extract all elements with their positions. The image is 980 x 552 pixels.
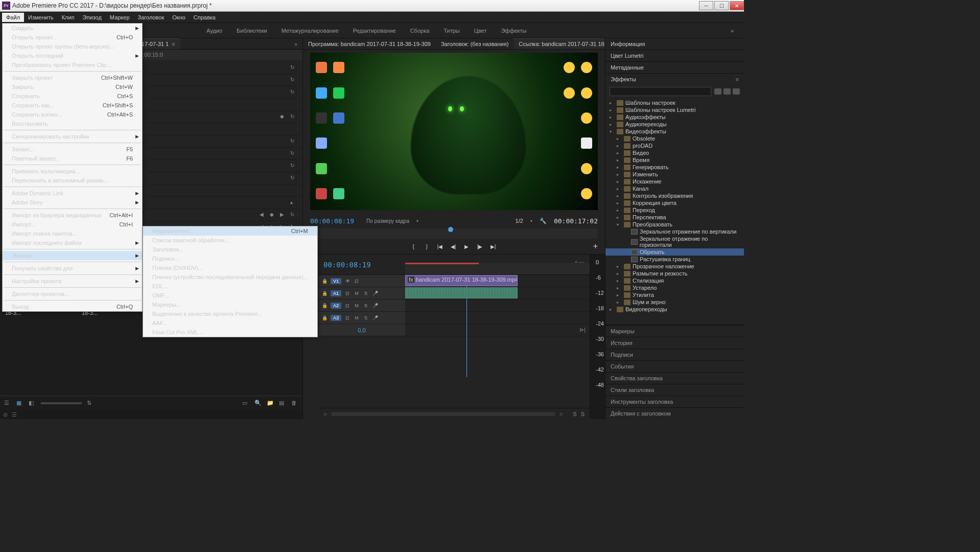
mute-button[interactable]: M (354, 303, 360, 309)
step-back-icon[interactable]: ◀| (449, 242, 457, 250)
menu-help[interactable]: Справка (190, 13, 220, 22)
effect-folder[interactable]: ▸Переход (605, 206, 744, 214)
go-to-in-icon[interactable]: |◀ (436, 242, 444, 250)
fx-type-icon[interactable] (724, 88, 731, 95)
panel-tab[interactable]: История (605, 337, 744, 349)
menu-item[interactable]: Открыть последний▶ (3, 51, 142, 60)
timeline-timecode[interactable]: 00:00:08:19 (323, 261, 371, 269)
solo-button[interactable]: S (363, 290, 369, 296)
menu-sequence[interactable]: Эпизод (79, 13, 106, 22)
sync-lock-icon[interactable]: ⊡ (344, 290, 351, 296)
menu-title[interactable]: Заголовок (134, 13, 169, 22)
loop-icon[interactable]: ↻ (290, 64, 297, 72)
menu-file[interactable]: Файл (2, 13, 24, 22)
effect-folder[interactable]: ▸Генерировать (605, 164, 744, 171)
panel-tab[interactable]: Действия с заголовком (605, 407, 744, 419)
workspace-audio[interactable]: Аудио (199, 25, 229, 37)
mute-button[interactable]: M (354, 315, 360, 321)
lock-icon[interactable]: 🔒 (321, 303, 328, 309)
effect-folder[interactable]: ▸Obsolete (605, 135, 744, 142)
tab-lumetri-color[interactable]: Цвет Lumetri (605, 50, 744, 61)
effect-item[interactable]: Зеркальное отражение по вертикали (605, 228, 744, 235)
menu-item[interactable]: Диспетчер проектов... (3, 289, 142, 298)
effect-folder[interactable]: ▸proDAD (605, 142, 744, 149)
current-timecode[interactable]: 00:00:08:19 (310, 217, 354, 225)
thumbnail-size-slider[interactable] (41, 402, 82, 404)
effect-folder[interactable]: ▾Преобразовать (605, 221, 744, 228)
mark-out-icon[interactable]: } (423, 242, 431, 250)
effects-search-input[interactable] (610, 87, 711, 96)
sort-icon[interactable]: ⇅ (87, 400, 94, 407)
menu-item[interactable]: Импорт последнего файла▶ (3, 238, 142, 247)
loop-icon[interactable]: ↻ (290, 163, 297, 170)
panel-tab[interactable]: Маркеры (605, 325, 744, 337)
menu-item[interactable]: ВыходCtrl+Q (3, 302, 142, 311)
menu-item[interactable]: Получить свойства для▶ (3, 264, 142, 273)
loop-icon[interactable]: ↻ (290, 77, 297, 84)
video-clip[interactable]: fxbandicam 2017-07-31 18-38-19-309.mp4 [… (405, 275, 518, 286)
fit-dropdown[interactable]: По размеру кадра (366, 218, 409, 224)
new-item-icon[interactable]: ▤ (279, 400, 286, 407)
find-icon[interactable]: 🔍 (254, 400, 262, 407)
menu-item[interactable]: Медиаконтент...Ctrl+M (143, 226, 317, 236)
track-header-a2[interactable]: 🔒 A2 ⊡ M S 🎤 (318, 300, 405, 312)
loop-icon[interactable]: ↻ (290, 175, 297, 182)
menu-item[interactable]: Открыть проект...Ctrl+O (3, 33, 142, 42)
mic-icon[interactable]: 🎤 (372, 303, 378, 309)
close-button[interactable]: ✕ (730, 1, 744, 10)
tab-effects[interactable]: Эффекты≡ (605, 74, 744, 85)
go-to-out-icon[interactable]: ▶| (489, 242, 497, 250)
menu-item[interactable]: Открыть проект группы (бета-версия)... (3, 42, 142, 51)
effect-item[interactable]: Растушевка границ (605, 256, 744, 263)
freeform-view-icon[interactable]: ◧ (29, 400, 36, 407)
mic-icon[interactable]: 🎤 (372, 290, 378, 296)
icon-view-icon[interactable]: ▦ (16, 400, 24, 407)
panel-tab[interactable]: Инструменты заголовка (605, 396, 744, 407)
workspace-editing[interactable]: Редактирование (346, 25, 403, 37)
workspace-color[interactable]: Цвет (467, 25, 494, 37)
playhead-icon[interactable] (448, 227, 453, 232)
menu-item[interactable]: Экспорт▶ (3, 251, 142, 260)
maximize-button[interactable]: ☐ (714, 1, 729, 10)
zoom-in-icon[interactable]: ○ (559, 411, 563, 417)
mute-button[interactable]: M (354, 290, 360, 296)
effect-folder[interactable]: ▸Контроль изображения (605, 192, 744, 199)
track-badge[interactable]: A2 (331, 303, 341, 309)
tab-metadata[interactable]: Метаданные (605, 62, 744, 73)
menu-item[interactable]: Создать▶ (3, 24, 142, 33)
menu-item[interactable]: Adobe Dynamic Link▶ (3, 189, 142, 198)
solo-button[interactable]: S (363, 315, 369, 321)
tab-title[interactable]: Заголовок: (без названия) (436, 39, 514, 49)
menu-item[interactable]: Сохранить копию...Ctrl+Alt+S (3, 110, 142, 119)
step-forward-icon[interactable]: |▶ (476, 242, 484, 250)
effect-folder[interactable]: ▸Размытие и резкость (605, 270, 744, 277)
panel-menu-icon[interactable]: ≡ (736, 76, 739, 82)
menu-item[interactable]: Захват...F5 (3, 145, 142, 154)
effect-folder[interactable]: ▸Шум и зерно (605, 298, 744, 306)
effect-folder[interactable]: ▸Видеопереходы (605, 306, 744, 313)
lock-icon[interactable]: 🔒 (321, 290, 328, 296)
sync-lock-icon[interactable]: ⊡ (354, 278, 360, 284)
effect-folder[interactable]: ▸Прозрачное наложение (605, 263, 744, 270)
effect-folder[interactable]: ▾Видеоэффекты (605, 128, 744, 135)
track-header-v1[interactable]: 🔒 V1 👁 ⊡ (318, 275, 405, 287)
delete-icon[interactable]: 🗑 (291, 400, 298, 407)
menu-item[interactable]: Adobe Story▶ (3, 198, 142, 207)
tab-close-icon[interactable]: ≡ (172, 41, 175, 47)
menu-edit[interactable]: Изменить (24, 13, 58, 22)
program-viewport[interactable] (310, 53, 598, 210)
menu-item[interactable]: ЗакрытьCtrl+W (3, 82, 142, 91)
panel-tab[interactable]: Подписи (605, 349, 744, 360)
solo-button[interactable]: S (363, 303, 369, 309)
fx-type-icon[interactable] (733, 88, 740, 95)
sync-lock-icon[interactable]: ⊡ (344, 303, 351, 309)
settings-icon[interactable]: 🔧 (540, 218, 547, 224)
sync-lock-icon[interactable]: ⊡ (344, 315, 351, 321)
loop-icon[interactable]: ↻ (290, 89, 297, 96)
add-icon[interactable]: + (593, 242, 598, 251)
menu-item[interactable]: Синхронизировать настройки▶ (3, 132, 142, 141)
track-badge[interactable]: V1 (331, 278, 341, 284)
zoom-out-icon[interactable]: ○ (323, 411, 327, 417)
mark-in-icon[interactable]: { (409, 242, 417, 250)
effect-folder[interactable]: ▸Канал (605, 185, 744, 192)
